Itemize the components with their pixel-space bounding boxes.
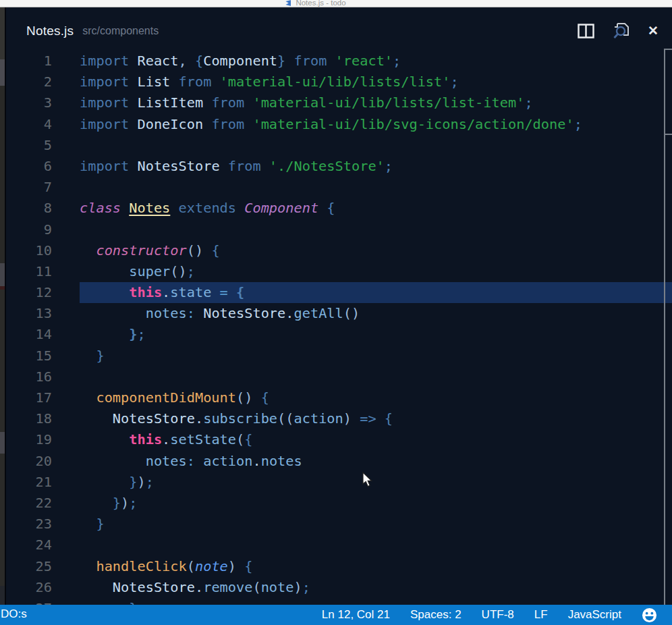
line-number[interactable]: 8 [6,198,52,219]
code-line[interactable]: 14 }; [6,324,672,345]
editor-window: Notes.js src/components [5,7,672,605]
line-number[interactable]: 6 [6,156,52,177]
line-number[interactable]: 26 [6,577,52,598]
code-token: ListItem [137,94,203,111]
code-line[interactable]: 22 }); [6,493,672,514]
code-line[interactable]: 17 componentDidMount() { [6,387,672,408]
line-number[interactable]: 16 [6,366,52,387]
code-token [80,389,96,406]
line-number[interactable]: 14 [6,324,52,345]
code-line[interactable]: 4import DoneIcon from 'material-ui/lib/s… [6,114,672,135]
code-line[interactable]: 2import List from 'material-ui/lib/lists… [6,72,672,92]
line-number[interactable]: 24 [6,535,52,555]
code-line[interactable]: 24 [6,535,672,555]
code-text [80,535,672,555]
code-token: ; [129,495,137,511]
code-token: './NotesStore' [269,158,385,174]
code-line[interactable]: 6import NotesStore from './NotesStore'; [6,156,672,177]
line-number[interactable]: 2 [6,72,52,92]
code-line[interactable]: 10 constructor() { [6,240,672,261]
code-line[interactable]: 25 handleClick(note) { [6,556,672,577]
code-token: constructor [96,242,186,259]
code-line[interactable]: 7 [6,177,672,198]
line-number[interactable]: 4 [6,114,52,135]
code-line[interactable]: 9 [6,219,672,240]
code-editor[interactable]: 1import React, {Component} from 'react';… [6,51,672,605]
status-item-cursor-position[interactable]: Ln 12, Col 21 [322,608,390,622]
scrollbar-thumb[interactable] [664,49,672,135]
close-icon[interactable]: ✕ [648,24,659,38]
gutter-padding [52,135,80,156]
code-token: notes [146,305,187,321]
code-line[interactable]: 11 super(); [6,261,672,282]
line-number[interactable]: 1 [6,51,52,72]
code-line[interactable]: 8class Notes extends Component { [6,198,672,219]
code-token: NotesStore [203,305,285,321]
status-item-encoding[interactable]: UTF-8 [482,608,514,622]
status-item-indentation[interactable]: Spaces: 2 [410,608,461,622]
code-line[interactable]: 21 }); [6,472,672,493]
line-number[interactable]: 27 [6,598,52,605]
line-number[interactable]: 25 [6,556,52,577]
code-line[interactable]: 12 this.state = { [6,282,672,303]
code-line[interactable]: 15 } [6,346,672,366]
code-token [80,263,129,279]
smiley-icon[interactable] [642,607,657,623]
code-token: => [360,410,376,427]
line-number[interactable]: 13 [6,303,52,324]
code-token: ) [343,410,352,427]
code-token: Component [244,200,318,216]
status-todo-count[interactable]: DO:s [1,607,27,621]
status-item-eol[interactable]: LF [534,608,548,622]
code-line[interactable]: 19 this.setState({ [6,429,672,450]
line-number[interactable]: 22 [6,493,52,514]
editor-header: Notes.js src/components [6,7,672,51]
line-number[interactable]: 10 [6,240,52,261]
code-line[interactable]: 27 } [6,598,672,605]
gutter-padding [52,219,80,240]
line-number[interactable]: 9 [6,219,52,240]
line-number[interactable]: 18 [6,408,52,429]
line-number[interactable]: 21 [6,472,52,493]
gutter-padding [52,472,80,493]
split-editor-icon[interactable] [578,24,594,38]
code-line[interactable]: 1import React, {Component} from 'react'; [6,51,672,72]
code-token: { [252,389,269,406]
status-item-language[interactable]: JavaScript [568,608,621,622]
code-token: subscribe [203,410,277,427]
line-number[interactable]: 11 [6,261,52,282]
code-line[interactable]: 18 NotesStore.subscribe((action) => { [6,408,672,429]
line-number[interactable]: 17 [6,387,52,408]
code-line[interactable]: 16 [6,366,672,387]
line-number[interactable]: 5 [6,135,52,156]
status-bar: DO:s Ln 12, Col 21Spaces: 2UTF-8LFJavaSc… [0,605,672,625]
code-token [195,305,203,321]
code-text: } [80,514,672,535]
code-line[interactable]: 23 } [6,514,672,535]
gutter-padding [52,156,80,177]
code-line[interactable]: 26 NotesStore.remove(note); [6,577,672,598]
line-number[interactable]: 23 [6,514,52,535]
line-number[interactable]: 19 [6,429,52,450]
code-token: NotesStore [137,158,219,174]
line-number[interactable]: 7 [6,177,52,198]
code-line[interactable]: 13 notes: NotesStore.getAll() [6,303,672,324]
open-preview-icon[interactable] [612,22,630,40]
code-token: ; [187,263,195,279]
code-line[interactable]: 20 notes: action.notes [6,451,672,472]
code-token: . [162,284,170,300]
code-line[interactable]: 5 [6,135,672,156]
line-number[interactable]: 20 [6,451,52,472]
line-number[interactable]: 15 [6,346,52,366]
code-text: this.setState({ [80,429,672,450]
code-line[interactable]: 3import ListItem from 'material-ui/lib/l… [6,92,672,113]
gutter-padding [52,535,80,555]
code-text [80,135,672,156]
line-number[interactable]: 3 [6,92,52,113]
code-token: ; [450,74,458,90]
code-token: ) [294,579,302,595]
line-number[interactable]: 12 [6,282,52,303]
code-token: NotesStore [113,410,195,427]
file-path: src/components [82,25,159,37]
code-token: class [80,200,129,216]
